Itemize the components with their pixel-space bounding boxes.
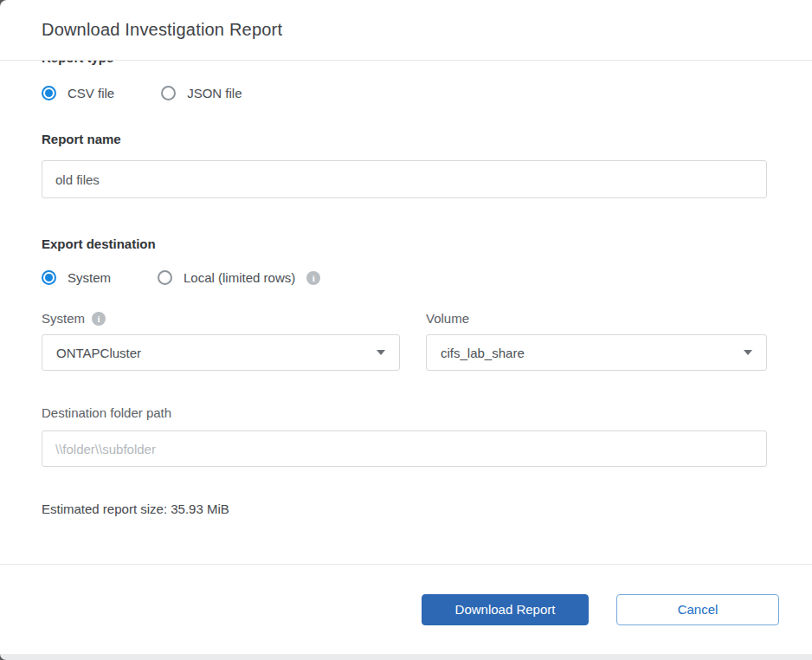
- radio-json-file[interactable]: JSON file: [161, 86, 242, 100]
- export-destination-radio-group: System Local (limited rows): [42, 270, 767, 285]
- radio-local-label: Local (limited rows): [184, 270, 295, 285]
- system-field: System ONTAPCluster: [42, 311, 400, 371]
- download-report-dialog: Download Investigation Report Report typ…: [0, 0, 812, 654]
- chevron-down-icon: [744, 350, 752, 355]
- dialog-title: Download Investigation Report: [42, 20, 282, 40]
- volume-select-value: cifs_lab_share: [441, 346, 525, 360]
- volume-field: Volume cifs_lab_share: [426, 311, 767, 371]
- destination-folder-input[interactable]: [42, 430, 767, 467]
- local-info-icon[interactable]: [306, 271, 320, 285]
- radio-selected-icon[interactable]: [42, 270, 56, 285]
- report-name-label: Report name: [42, 132, 767, 146]
- radio-system[interactable]: System: [42, 270, 111, 285]
- radio-unselected-icon[interactable]: [158, 270, 172, 285]
- system-select-label: System: [42, 311, 85, 326]
- radio-system-label: System: [68, 270, 111, 285]
- radio-selected-icon[interactable]: [42, 86, 56, 100]
- report-name-input[interactable]: [42, 160, 767, 198]
- radio-json-label: JSON file: [187, 86, 242, 100]
- estimated-size-text: Estimated report size: 35.93 MiB: [42, 501, 767, 516]
- radio-local[interactable]: Local (limited rows): [158, 270, 320, 285]
- radio-unselected-icon[interactable]: [161, 86, 176, 100]
- cancel-button[interactable]: Cancel: [616, 594, 779, 625]
- export-destination-label: Export destination: [42, 236, 767, 251]
- system-select[interactable]: ONTAPCluster: [42, 334, 400, 371]
- chevron-down-icon: [377, 350, 385, 355]
- system-info-icon[interactable]: [92, 312, 106, 326]
- system-volume-row: System ONTAPCluster Volume cifs_lab_shar…: [42, 311, 767, 371]
- volume-select[interactable]: cifs_lab_share: [426, 334, 767, 371]
- download-report-button[interactable]: Download Report: [422, 594, 589, 625]
- radio-csv-label: CSV file: [68, 86, 114, 100]
- radio-csv-file[interactable]: CSV file: [42, 86, 114, 100]
- report-type-radio-group: CSV file JSON file: [42, 86, 767, 100]
- system-select-value: ONTAPCluster: [56, 346, 141, 360]
- dialog-body: Report type CSV file JSON file Report na…: [0, 61, 812, 564]
- dialog-header: Download Investigation Report: [0, 0, 812, 61]
- destination-folder-label: Destination folder path: [42, 405, 767, 420]
- page-background-strip: [0, 654, 812, 660]
- dialog-footer: Download Report Cancel: [0, 564, 812, 654]
- volume-select-label: Volume: [426, 311, 469, 326]
- report-type-label: Report type: [42, 61, 767, 65]
